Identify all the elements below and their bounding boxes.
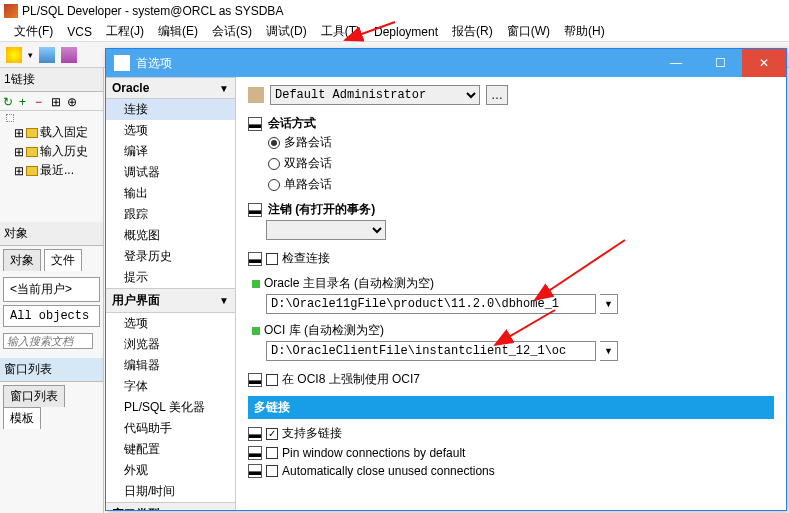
cat-editor[interactable]: 编辑器: [106, 355, 235, 376]
support-multi-checkbox[interactable]: [266, 428, 278, 440]
cat-browser[interactable]: 浏览器: [106, 334, 235, 355]
chevron-down-icon: ▼: [219, 83, 229, 94]
menubar: 文件(F) VCS 工程(J) 编辑(E) 会话(S) 调试(D) 工具(T) …: [0, 22, 789, 42]
oracle-home-input[interactable]: [266, 294, 596, 314]
folder-icon: [26, 128, 38, 138]
search-input[interactable]: [3, 333, 93, 349]
save-icon[interactable]: [61, 47, 77, 63]
cat-keys[interactable]: 键配置: [106, 439, 235, 460]
tab-files[interactable]: 文件: [44, 249, 82, 271]
expand-icon[interactable]: ⊞: [51, 95, 63, 107]
cat-ui-opt[interactable]: 选项: [106, 313, 235, 334]
menu-project[interactable]: 工程(J): [100, 21, 150, 42]
all-objects[interactable]: All objects: [3, 305, 100, 327]
oci-input[interactable]: [266, 341, 596, 361]
tab-objects[interactable]: 对象: [3, 249, 41, 271]
collapse-icon[interactable]: ▬: [248, 252, 262, 266]
dialog-icon: [114, 55, 130, 71]
dialog-title: 首选项: [136, 55, 172, 72]
tree-recent[interactable]: 最近...: [40, 162, 74, 179]
radio-single[interactable]: [268, 179, 280, 191]
app-icon: [4, 4, 18, 18]
new-icon[interactable]: [6, 47, 22, 63]
menu-help[interactable]: 帮助(H): [558, 21, 611, 42]
cat-conn[interactable]: 连接: [106, 99, 235, 120]
winlist-header: 窗口列表: [0, 358, 103, 382]
cat-codeassist[interactable]: 代码助手: [106, 418, 235, 439]
chevron-down-icon: ▼: [219, 509, 229, 510]
cat-compile[interactable]: 编译: [106, 141, 235, 162]
cat-oracle-header[interactable]: Oracle▼: [106, 77, 235, 99]
collapse-icon[interactable]: ▬: [248, 203, 262, 217]
maximize-button[interactable]: ☐: [698, 49, 742, 77]
menu-report[interactable]: 报告(R): [446, 21, 499, 42]
check-conn-checkbox[interactable]: [266, 253, 278, 265]
menu-session[interactable]: 会话(S): [206, 21, 258, 42]
cat-wintype-header[interactable]: 窗口类型▼: [106, 502, 235, 510]
force-oci7-checkbox[interactable]: [266, 374, 278, 386]
folder-icon: [26, 166, 38, 176]
menu-tools[interactable]: 工具(T): [315, 21, 366, 42]
cat-datetime[interactable]: 日期/时间: [106, 481, 235, 502]
pin-win-label: Pin window connections by default: [282, 446, 465, 460]
force-oci7-label: 在 OCI8 上强制使用 OCI7: [282, 371, 420, 388]
minimize-button[interactable]: —: [654, 49, 698, 77]
tree-history[interactable]: 输入历史: [40, 143, 88, 160]
green-dot-icon: [252, 327, 260, 335]
current-user[interactable]: <当前用户>: [3, 277, 100, 302]
collapse-icon[interactable]: ▬: [248, 117, 262, 131]
cat-ui-header[interactable]: 用户界面▼: [106, 288, 235, 313]
cat-trace[interactable]: 跟踪: [106, 204, 235, 225]
chevron-down-icon: ▼: [219, 295, 229, 306]
cat-output[interactable]: 输出: [106, 183, 235, 204]
cat-debugger[interactable]: 调试器: [106, 162, 235, 183]
oracle-home-label: Oracle 主目录名 (自动检测为空): [264, 275, 434, 292]
menu-window[interactable]: 窗口(W): [501, 21, 556, 42]
cat-overview[interactable]: 概览图: [106, 225, 235, 246]
collapse-icon[interactable]: ▬: [248, 373, 262, 387]
profile-select[interactable]: Default Administrator: [270, 85, 480, 105]
refresh-icon[interactable]: ↻: [3, 95, 15, 107]
logoff-select[interactable]: [266, 220, 386, 240]
cat-loginhist[interactable]: 登录历史: [106, 246, 235, 267]
cat-hints[interactable]: 提示: [106, 267, 235, 288]
support-multi-label: 支持多链接: [282, 425, 342, 442]
dropdown-icon[interactable]: ▼: [600, 341, 618, 361]
collapse-icon[interactable]: ▬: [248, 427, 262, 441]
check-conn-label: 检查连接: [282, 250, 330, 267]
add-icon[interactable]: ⊕: [67, 95, 79, 107]
minus-icon[interactable]: −: [35, 95, 47, 107]
objects-header: 对象: [0, 222, 103, 246]
tree-loadfix[interactable]: 载入固定: [40, 124, 88, 141]
collapse-icon[interactable]: ▬: [248, 446, 262, 460]
cat-font[interactable]: 字体: [106, 376, 235, 397]
radio-multi[interactable]: [268, 137, 280, 149]
menu-deployment[interactable]: Deployment: [368, 23, 444, 41]
pin-win-checkbox[interactable]: [266, 447, 278, 459]
radio-dual[interactable]: [268, 158, 280, 170]
multi-conn-header: 多链接: [248, 396, 774, 419]
plus-icon[interactable]: +: [19, 95, 31, 107]
cat-beautifier[interactable]: PL/SQL 美化器: [106, 397, 235, 418]
open-icon[interactable]: [39, 47, 55, 63]
app-title: PL/SQL Developer - system@ORCL as SYSDBA: [22, 4, 283, 18]
cat-appearance[interactable]: 外观: [106, 460, 235, 481]
settings-pane: Default Administrator … ▬会话方式 多路会话 双路会话 …: [236, 77, 786, 510]
menu-file[interactable]: 文件(F): [8, 21, 59, 42]
tab-template[interactable]: 模板: [3, 407, 41, 429]
close-button[interactable]: ✕: [742, 49, 786, 77]
dropdown-icon[interactable]: ▼: [600, 294, 618, 314]
collapse-icon[interactable]: ▬: [248, 464, 262, 478]
tree-dash-icon[interactable]: [6, 114, 14, 122]
auto-close-checkbox[interactable]: [266, 465, 278, 477]
menu-edit[interactable]: 编辑(E): [152, 21, 204, 42]
tab-winlist[interactable]: 窗口列表: [3, 385, 65, 407]
green-dot-icon: [252, 280, 260, 288]
cat-options[interactable]: 选项: [106, 120, 235, 141]
profile-icon: [248, 87, 264, 103]
profile-more-button[interactable]: …: [486, 85, 508, 105]
menu-vcs[interactable]: VCS: [61, 23, 98, 41]
menu-debug[interactable]: 调试(D): [260, 21, 313, 42]
category-list: Oracle▼ 连接 选项 编译 调试器 输出 跟踪 概览图 登录历史 提示 用…: [106, 77, 236, 510]
side-panel: 1链接 ↻ + − ⊞ ⊕ ⊞载入固定 ⊞输入历史 ⊞最近... 对象 对象 文…: [0, 68, 104, 513]
